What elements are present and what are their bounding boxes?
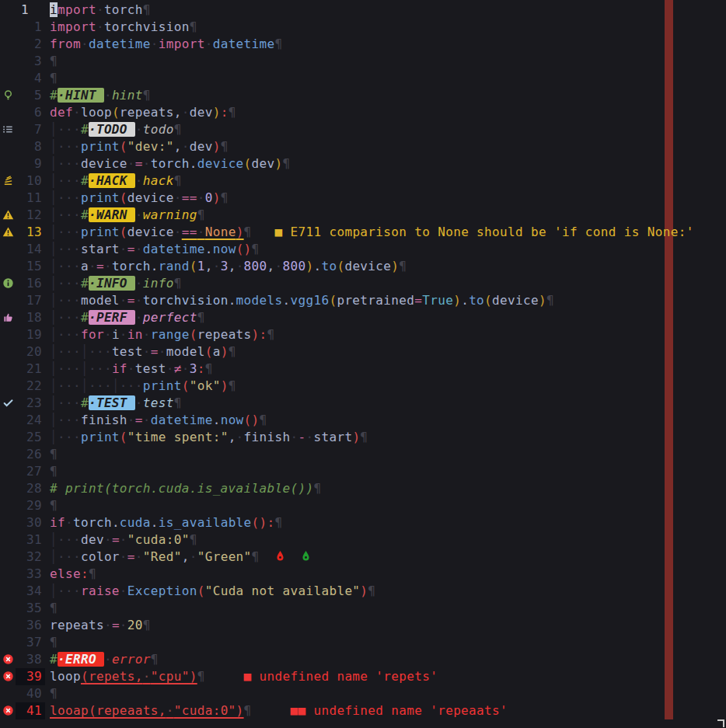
code-text[interactable]: ¶ xyxy=(50,685,726,702)
editor-buffer[interactable]: 1import·torch¶1import·torchvision¶2from·… xyxy=(0,2,726,719)
code-token: torch xyxy=(73,515,112,530)
code-token: finish xyxy=(244,430,291,444)
code-text[interactable]: ¶ xyxy=(50,53,726,70)
code-text[interactable]: looap(repeaats,·"cuda:0")¶ ■■ undefined … xyxy=(50,702,726,719)
code-token: # print(torch.cuda.is_available()) xyxy=(50,481,313,496)
code-token: repeats xyxy=(120,105,174,120)
code-line: 32│···color·=·"Red",·"Green"¶ xyxy=(0,549,726,566)
code-text[interactable]: │···color·=·"Red",·"Green"¶ xyxy=(50,549,726,566)
code-text[interactable]: │···#·TEST ·test¶ xyxy=(50,395,726,412)
code-token: "time spent:" xyxy=(127,430,229,444)
code-text[interactable]: │···print(device·==·None)¶ ■ E711 compar… xyxy=(50,224,726,241)
code-token: from xyxy=(50,37,81,51)
code-token: = xyxy=(96,259,104,273)
code-text[interactable]: ¶ xyxy=(50,70,726,87)
code-text[interactable]: │···│···if·test·≠·3:¶ xyxy=(50,361,726,378)
code-text[interactable]: │···#·TODO ·todo¶ xyxy=(50,121,726,138)
code-text[interactable]: ¶ xyxy=(50,497,726,514)
code-token: ¶ xyxy=(275,515,283,530)
code-text[interactable]: │···finish·=·datetime.now()¶ xyxy=(50,412,726,429)
code-token: ··· xyxy=(58,395,81,410)
code-token: ¶ xyxy=(143,2,151,17)
code-text[interactable]: def·loop(repeats,·dev):¶ xyxy=(50,104,726,121)
code-text[interactable]: import·torchvision¶ xyxy=(50,19,726,36)
code-text[interactable]: │···a·=·torch.rand(1,·3,·800,·800).to(de… xyxy=(50,258,726,275)
code-text[interactable]: ¶ xyxy=(50,446,726,463)
code-text[interactable]: # print(torch.cuda.is_available())¶ xyxy=(50,480,726,497)
code-token: ( xyxy=(112,105,120,120)
line-number: 39 xyxy=(16,668,45,685)
code-token: ¶ xyxy=(221,190,229,205)
code-text[interactable]: ¶ xyxy=(50,634,726,651)
code-line: 33else:¶ xyxy=(0,566,726,583)
code-text[interactable]: │···start·=·datetime.now()¶ xyxy=(50,241,726,258)
code-token: for xyxy=(81,327,104,342)
line-number: 4 xyxy=(16,70,45,87)
gutter-sign-blank xyxy=(0,446,16,463)
code-line: 13│···print(device·==·None)¶ ■ E711 comp… xyxy=(0,224,726,241)
code-token: = xyxy=(151,344,159,359)
code-text[interactable]: │···print("dev:",·dev)¶ xyxy=(50,138,726,155)
code-text[interactable]: │···│···│···print("ok")¶ xyxy=(50,378,726,395)
code-token: ··· xyxy=(58,225,81,239)
code-text[interactable]: │···#·INFO ·info¶ xyxy=(50,275,726,292)
code-text[interactable]: #·HINT ·hint¶ xyxy=(50,87,726,104)
code-token: ) xyxy=(221,378,229,393)
code-token: torchvision xyxy=(104,19,190,34)
code-text[interactable]: │···print(device·==·0)¶ xyxy=(50,190,726,207)
code-text[interactable]: │···#·PERF ·perfect¶ xyxy=(50,309,726,326)
code-line: 41looap(repeaats,·"cuda:0")¶ ■■ undefine… xyxy=(0,702,726,719)
code-token: ··· xyxy=(58,122,81,137)
code-line: 16│···#·INFO ·info¶ xyxy=(0,275,726,292)
code-token: · xyxy=(166,703,174,718)
code-token: ··· xyxy=(58,139,81,154)
gutter-sign-blank xyxy=(0,53,16,70)
code-token: , xyxy=(229,259,236,273)
code-text[interactable]: │···dev·=·"cuda:0"¶ xyxy=(50,531,726,549)
todo-comment-badge: ·ERRO xyxy=(58,652,104,667)
code-token: raise xyxy=(81,583,120,598)
code-text[interactable]: │···#·HACK ·hack¶ xyxy=(50,172,726,190)
list-icon xyxy=(0,121,16,138)
code-text[interactable]: else:¶ xyxy=(50,566,726,583)
gutter-sign-blank xyxy=(0,2,16,19)
diagnostic-virtual-text: undefined name 'repeaats' xyxy=(305,703,508,718)
code-text[interactable]: │···device·=·torch.device(dev)¶ xyxy=(50,155,726,172)
code-text[interactable]: loop(repets,·"cpu")¶ ■ undefined name 'r… xyxy=(50,668,726,685)
line-number: 1 xyxy=(16,19,45,36)
line-number: 21 xyxy=(16,361,45,378)
code-token: start xyxy=(81,242,120,256)
line-number: 18 xyxy=(16,309,45,326)
code-token: . xyxy=(151,515,159,530)
code-line: 22│···│···│···print("ok")¶ xyxy=(0,378,726,395)
code-text[interactable]: │···for·i·in·range(repeats):¶ xyxy=(50,326,726,343)
code-text[interactable]: │···raise·Exception("Cuda not available"… xyxy=(50,583,726,600)
code-text[interactable]: │···print("time spent:",·finish·-·start)… xyxy=(50,429,726,446)
line-number: 6 xyxy=(16,104,45,121)
code-text[interactable]: repeats·=·20¶ xyxy=(50,617,726,634)
code-text[interactable]: ¶ xyxy=(50,600,726,617)
code-token: = xyxy=(127,293,135,308)
code-token: vgg16 xyxy=(291,293,330,308)
line-number: 1 xyxy=(16,2,45,19)
code-line: 30if·torch.cuda.is_available():¶ xyxy=(0,514,726,531)
code-text[interactable]: import·torch¶ xyxy=(50,2,726,19)
code-token: ¶ xyxy=(368,583,375,598)
gutter-sign-blank xyxy=(0,326,16,343)
code-token: │ xyxy=(50,139,58,154)
code-text[interactable]: from·datetime·import·datetime¶ xyxy=(50,36,726,53)
code-token: . xyxy=(205,242,213,256)
code-text[interactable]: │···model·=·torchvision.models.vgg16(pre… xyxy=(50,292,726,309)
todo-comment-badge: ·WARN xyxy=(89,207,135,222)
code-text[interactable]: │···│···test·=·model(a)¶ xyxy=(50,343,726,361)
code-text[interactable]: ¶ xyxy=(50,463,726,480)
line-number: 13 xyxy=(16,224,45,241)
code-token: = xyxy=(127,242,135,256)
code-line: 4¶ xyxy=(0,70,726,87)
code-token: perfect xyxy=(143,310,197,325)
code-token: ¶ xyxy=(174,395,182,410)
code-text[interactable]: │···#·WARN ·warning¶ xyxy=(50,207,726,224)
code-text[interactable]: if·torch.cuda.is_available():¶ xyxy=(50,514,726,531)
code-line: 1import·torch¶ xyxy=(0,2,726,19)
code-text[interactable]: #·ERRO ·error¶ xyxy=(50,651,726,668)
